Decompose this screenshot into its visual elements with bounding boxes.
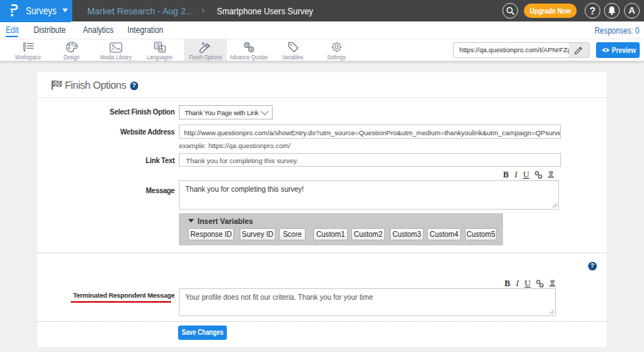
svg-text:文: 文 [155,42,160,48]
svg-text:A: A [160,47,164,52]
